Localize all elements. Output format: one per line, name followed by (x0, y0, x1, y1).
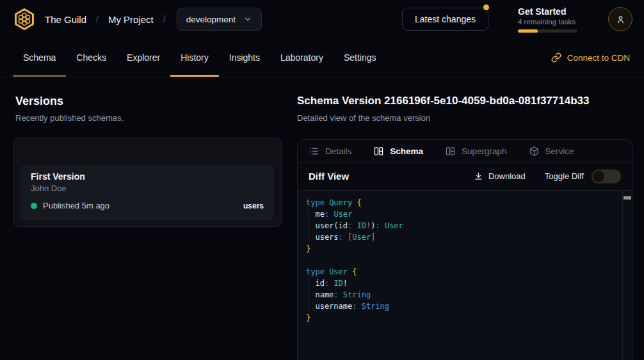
code-scrollbar-thumb[interactable] (624, 196, 631, 200)
nav-tab-underline (13, 75, 66, 77)
nav-tab-history[interactable]: History (170, 38, 219, 77)
versions-title: Versions (15, 94, 282, 108)
person-icon (615, 14, 626, 25)
nav-tab-laboratory[interactable]: Laboratory (270, 38, 334, 77)
breadcrumb-separator: / (96, 14, 99, 24)
code-line: user(id: ID!): User (306, 220, 615, 231)
breadcrumb-separator: / (163, 14, 166, 24)
nav-tabs: SchemaChecksExplorerHistoryInsightsLabor… (13, 38, 387, 77)
code-line: type Query { (306, 197, 615, 208)
detail-tab-label: Details (325, 146, 351, 156)
nav-tab-label: Schema (23, 52, 56, 63)
nav-tab-settings[interactable]: Settings (334, 38, 387, 77)
hive-logo-icon[interactable] (12, 6, 37, 32)
main-nav: SchemaChecksExplorerHistoryInsightsLabor… (0, 38, 644, 77)
get-started-title: Get Started (518, 6, 577, 17)
download-button[interactable]: Download (474, 171, 526, 181)
toggle-diff-switch[interactable] (592, 169, 621, 184)
latest-changes-button[interactable]: Latest changes (402, 8, 488, 31)
nav-tab-label: History (181, 52, 209, 63)
target-selector[interactable]: development (177, 8, 262, 31)
toggle-diff-label: Toggle Diff (545, 171, 584, 181)
latest-changes-wrap: Latest changes (402, 8, 488, 31)
version-status-row: Published 5m ago users (31, 201, 264, 210)
code-line: users: [User] (306, 231, 615, 243)
download-icon (474, 171, 483, 181)
code-line (306, 254, 615, 266)
get-started-progress-track (518, 29, 577, 33)
user-avatar[interactable] (608, 7, 632, 31)
code-line: me: User (306, 208, 615, 220)
code-line: } (306, 312, 615, 324)
chevron-down-icon (243, 15, 252, 24)
nav-tab-label: Settings (344, 52, 376, 63)
link-icon (551, 52, 561, 63)
detail-tab-service[interactable]: Service (529, 146, 574, 157)
nav-tab-checks[interactable]: Checks (66, 38, 117, 77)
notification-dot (483, 4, 489, 10)
version-detail-subtitle: Detailed view of the schema version (297, 113, 632, 123)
detail-tabs: DetailsSchemaSupergraphService (298, 140, 632, 162)
published-status-dot (31, 203, 37, 209)
version-detail-title: Schema Version 2166196f-5e10-4059-bd0a-0… (297, 94, 632, 108)
versions-panel: Versions Recently published schemas. Fir… (13, 77, 282, 360)
nav-tab-explorer[interactable]: Explorer (117, 38, 170, 77)
breadcrumb: The Guild / My Project / (45, 14, 175, 25)
detail-tab-label: Service (545, 146, 574, 156)
detail-tab-details[interactable]: Details (309, 146, 351, 157)
nav-tab-label: Explorer (127, 52, 160, 63)
columns-icon (373, 146, 384, 157)
versions-subtitle: Recently published schemas. (15, 113, 282, 123)
version-detail-panel: Schema Version 2166196f-5e10-4059-bd0a-0… (297, 77, 632, 360)
list-icon (309, 146, 319, 157)
code-block: type Query { me: User user(id: ID!): Use… (306, 197, 615, 324)
detail-tab-label: Supergraph (462, 146, 507, 156)
columns-icon (445, 146, 456, 157)
nav-tab-label: Checks (76, 52, 106, 63)
breadcrumb-org[interactable]: The Guild (45, 14, 86, 25)
service-name-badge: users (243, 201, 264, 210)
connect-to-cdn-label: Connect to CDN (567, 53, 630, 63)
version-list-item[interactable]: First Version John Doe Published 5m ago … (20, 165, 274, 220)
nav-tab-insights[interactable]: Insights (219, 38, 270, 77)
get-started-progress-fill (518, 29, 538, 33)
schema-detail-card: DetailsSchemaSupergraphService Diff View… (297, 139, 632, 360)
breadcrumb-project[interactable]: My Project (108, 14, 154, 25)
detail-tab-supergraph[interactable]: Supergraph (445, 146, 507, 157)
get-started-widget[interactable]: Get Started 4 remaining tasks (518, 6, 577, 33)
diff-view-header: Diff View Download Toggle Diff (298, 162, 632, 191)
download-label: Download (488, 171, 526, 181)
connect-to-cdn-link[interactable]: Connect to CDN (551, 38, 630, 77)
cube-icon (529, 146, 540, 157)
toggle-knob (593, 171, 604, 182)
nav-tab-label: Laboratory (280, 52, 323, 63)
nav-tab-underline (170, 75, 219, 77)
get-started-subtitle: 4 remaining tasks (518, 18, 577, 26)
published-status-label: Published 5m ago (43, 201, 109, 210)
top-header: The Guild / My Project / development Lat… (0, 0, 644, 38)
code-line: id: ID! (306, 278, 615, 289)
detail-tab-label: Schema (390, 146, 423, 156)
version-name: First Version (31, 171, 264, 182)
nav-tab-schema[interactable]: Schema (13, 38, 66, 77)
target-selector-value: development (186, 15, 236, 24)
detail-tab-schema[interactable]: Schema (373, 146, 423, 157)
schema-code-viewer[interactable]: type Query { me: User user(id: ID!): Use… (298, 191, 632, 360)
code-line: username: String (306, 301, 615, 312)
version-list-card: First Version John Doe Published 5m ago … (13, 137, 282, 227)
diff-actions: Download Toggle Diff (474, 169, 621, 184)
version-author: John Doe (31, 184, 264, 193)
diff-view-title: Diff View (309, 171, 349, 182)
code-line: type User { (306, 266, 615, 278)
main-content: Versions Recently published schemas. Fir… (0, 77, 644, 360)
nav-tab-label: Insights (229, 52, 260, 63)
code-line: } (306, 243, 615, 254)
code-line: name: String (306, 289, 615, 301)
code-scrollbar-track[interactable] (622, 191, 632, 360)
